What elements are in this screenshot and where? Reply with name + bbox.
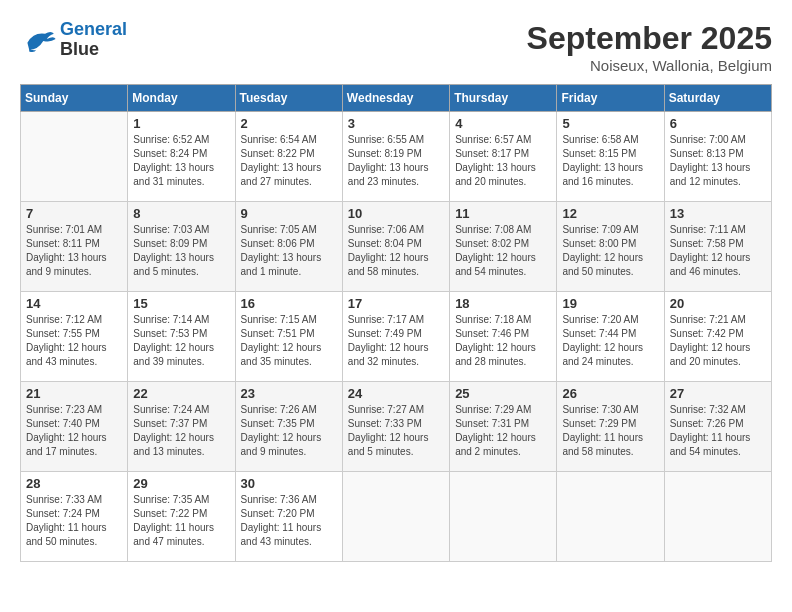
day-info: Sunrise: 6:54 AM Sunset: 8:22 PM Dayligh… bbox=[241, 133, 337, 189]
calendar-cell: 14Sunrise: 7:12 AM Sunset: 7:55 PM Dayli… bbox=[21, 292, 128, 382]
day-info: Sunrise: 7:17 AM Sunset: 7:49 PM Dayligh… bbox=[348, 313, 444, 369]
day-info: Sunrise: 7:01 AM Sunset: 8:11 PM Dayligh… bbox=[26, 223, 122, 279]
day-info: Sunrise: 7:36 AM Sunset: 7:20 PM Dayligh… bbox=[241, 493, 337, 549]
calendar-week-row: 21Sunrise: 7:23 AM Sunset: 7:40 PM Dayli… bbox=[21, 382, 772, 472]
calendar-cell: 12Sunrise: 7:09 AM Sunset: 8:00 PM Dayli… bbox=[557, 202, 664, 292]
day-number: 10 bbox=[348, 206, 444, 221]
day-info: Sunrise: 7:06 AM Sunset: 8:04 PM Dayligh… bbox=[348, 223, 444, 279]
calendar-cell: 11Sunrise: 7:08 AM Sunset: 8:02 PM Dayli… bbox=[450, 202, 557, 292]
day-number: 6 bbox=[670, 116, 766, 131]
calendar-cell: 19Sunrise: 7:20 AM Sunset: 7:44 PM Dayli… bbox=[557, 292, 664, 382]
calendar-cell: 2Sunrise: 6:54 AM Sunset: 8:22 PM Daylig… bbox=[235, 112, 342, 202]
calendar-cell: 13Sunrise: 7:11 AM Sunset: 7:58 PM Dayli… bbox=[664, 202, 771, 292]
day-info: Sunrise: 7:29 AM Sunset: 7:31 PM Dayligh… bbox=[455, 403, 551, 459]
calendar-cell: 1Sunrise: 6:52 AM Sunset: 8:24 PM Daylig… bbox=[128, 112, 235, 202]
days-header-row: SundayMondayTuesdayWednesdayThursdayFrid… bbox=[21, 85, 772, 112]
day-info: Sunrise: 7:08 AM Sunset: 8:02 PM Dayligh… bbox=[455, 223, 551, 279]
calendar-cell bbox=[664, 472, 771, 562]
calendar-cell: 8Sunrise: 7:03 AM Sunset: 8:09 PM Daylig… bbox=[128, 202, 235, 292]
day-info: Sunrise: 7:15 AM Sunset: 7:51 PM Dayligh… bbox=[241, 313, 337, 369]
day-number: 28 bbox=[26, 476, 122, 491]
day-info: Sunrise: 7:20 AM Sunset: 7:44 PM Dayligh… bbox=[562, 313, 658, 369]
day-number: 22 bbox=[133, 386, 229, 401]
calendar-cell: 24Sunrise: 7:27 AM Sunset: 7:33 PM Dayli… bbox=[342, 382, 449, 472]
calendar-cell: 10Sunrise: 7:06 AM Sunset: 8:04 PM Dayli… bbox=[342, 202, 449, 292]
calendar-week-row: 7Sunrise: 7:01 AM Sunset: 8:11 PM Daylig… bbox=[21, 202, 772, 292]
day-info: Sunrise: 7:00 AM Sunset: 8:13 PM Dayligh… bbox=[670, 133, 766, 189]
day-number: 4 bbox=[455, 116, 551, 131]
day-info: Sunrise: 7:11 AM Sunset: 7:58 PM Dayligh… bbox=[670, 223, 766, 279]
day-of-week-header: Sunday bbox=[21, 85, 128, 112]
day-number: 15 bbox=[133, 296, 229, 311]
calendar-cell: 17Sunrise: 7:17 AM Sunset: 7:49 PM Dayli… bbox=[342, 292, 449, 382]
day-number: 21 bbox=[26, 386, 122, 401]
logo: General Blue bbox=[20, 20, 127, 60]
day-number: 12 bbox=[562, 206, 658, 221]
day-number: 30 bbox=[241, 476, 337, 491]
day-number: 29 bbox=[133, 476, 229, 491]
location: Noiseux, Wallonia, Belgium bbox=[527, 57, 772, 74]
day-number: 26 bbox=[562, 386, 658, 401]
calendar-cell bbox=[450, 472, 557, 562]
day-number: 25 bbox=[455, 386, 551, 401]
day-number: 14 bbox=[26, 296, 122, 311]
day-of-week-header: Saturday bbox=[664, 85, 771, 112]
day-number: 16 bbox=[241, 296, 337, 311]
calendar-cell: 6Sunrise: 7:00 AM Sunset: 8:13 PM Daylig… bbox=[664, 112, 771, 202]
day-info: Sunrise: 7:03 AM Sunset: 8:09 PM Dayligh… bbox=[133, 223, 229, 279]
day-number: 17 bbox=[348, 296, 444, 311]
day-info: Sunrise: 7:09 AM Sunset: 8:00 PM Dayligh… bbox=[562, 223, 658, 279]
day-number: 18 bbox=[455, 296, 551, 311]
day-number: 19 bbox=[562, 296, 658, 311]
day-info: Sunrise: 7:18 AM Sunset: 7:46 PM Dayligh… bbox=[455, 313, 551, 369]
day-of-week-header: Thursday bbox=[450, 85, 557, 112]
day-number: 23 bbox=[241, 386, 337, 401]
day-number: 20 bbox=[670, 296, 766, 311]
calendar-cell: 9Sunrise: 7:05 AM Sunset: 8:06 PM Daylig… bbox=[235, 202, 342, 292]
day-info: Sunrise: 7:26 AM Sunset: 7:35 PM Dayligh… bbox=[241, 403, 337, 459]
day-info: Sunrise: 6:55 AM Sunset: 8:19 PM Dayligh… bbox=[348, 133, 444, 189]
calendar-cell: 30Sunrise: 7:36 AM Sunset: 7:20 PM Dayli… bbox=[235, 472, 342, 562]
day-info: Sunrise: 6:52 AM Sunset: 8:24 PM Dayligh… bbox=[133, 133, 229, 189]
day-number: 1 bbox=[133, 116, 229, 131]
logo-text: General Blue bbox=[60, 20, 127, 60]
calendar-week-row: 28Sunrise: 7:33 AM Sunset: 7:24 PM Dayli… bbox=[21, 472, 772, 562]
day-number: 7 bbox=[26, 206, 122, 221]
day-number: 2 bbox=[241, 116, 337, 131]
day-number: 3 bbox=[348, 116, 444, 131]
calendar-cell: 28Sunrise: 7:33 AM Sunset: 7:24 PM Dayli… bbox=[21, 472, 128, 562]
day-info: Sunrise: 7:14 AM Sunset: 7:53 PM Dayligh… bbox=[133, 313, 229, 369]
title-block: September 2025 Noiseux, Wallonia, Belgiu… bbox=[527, 20, 772, 74]
calendar-cell: 29Sunrise: 7:35 AM Sunset: 7:22 PM Dayli… bbox=[128, 472, 235, 562]
month-title: September 2025 bbox=[527, 20, 772, 57]
calendar-cell bbox=[557, 472, 664, 562]
calendar-cell: 22Sunrise: 7:24 AM Sunset: 7:37 PM Dayli… bbox=[128, 382, 235, 472]
calendar-cell: 4Sunrise: 6:57 AM Sunset: 8:17 PM Daylig… bbox=[450, 112, 557, 202]
day-of-week-header: Friday bbox=[557, 85, 664, 112]
day-info: Sunrise: 6:57 AM Sunset: 8:17 PM Dayligh… bbox=[455, 133, 551, 189]
day-info: Sunrise: 7:12 AM Sunset: 7:55 PM Dayligh… bbox=[26, 313, 122, 369]
day-number: 24 bbox=[348, 386, 444, 401]
calendar-cell: 23Sunrise: 7:26 AM Sunset: 7:35 PM Dayli… bbox=[235, 382, 342, 472]
day-info: Sunrise: 7:35 AM Sunset: 7:22 PM Dayligh… bbox=[133, 493, 229, 549]
calendar-cell: 25Sunrise: 7:29 AM Sunset: 7:31 PM Dayli… bbox=[450, 382, 557, 472]
calendar-cell: 15Sunrise: 7:14 AM Sunset: 7:53 PM Dayli… bbox=[128, 292, 235, 382]
page-header: General Blue September 2025 Noiseux, Wal… bbox=[20, 20, 772, 74]
day-info: Sunrise: 7:33 AM Sunset: 7:24 PM Dayligh… bbox=[26, 493, 122, 549]
day-number: 13 bbox=[670, 206, 766, 221]
day-info: Sunrise: 7:27 AM Sunset: 7:33 PM Dayligh… bbox=[348, 403, 444, 459]
calendar-cell: 16Sunrise: 7:15 AM Sunset: 7:51 PM Dayli… bbox=[235, 292, 342, 382]
day-number: 11 bbox=[455, 206, 551, 221]
day-of-week-header: Tuesday bbox=[235, 85, 342, 112]
day-info: Sunrise: 7:32 AM Sunset: 7:26 PM Dayligh… bbox=[670, 403, 766, 459]
calendar-cell: 18Sunrise: 7:18 AM Sunset: 7:46 PM Dayli… bbox=[450, 292, 557, 382]
day-number: 5 bbox=[562, 116, 658, 131]
day-info: Sunrise: 7:21 AM Sunset: 7:42 PM Dayligh… bbox=[670, 313, 766, 369]
calendar-cell: 3Sunrise: 6:55 AM Sunset: 8:19 PM Daylig… bbox=[342, 112, 449, 202]
calendar-week-row: 1Sunrise: 6:52 AM Sunset: 8:24 PM Daylig… bbox=[21, 112, 772, 202]
day-info: Sunrise: 6:58 AM Sunset: 8:15 PM Dayligh… bbox=[562, 133, 658, 189]
day-info: Sunrise: 7:05 AM Sunset: 8:06 PM Dayligh… bbox=[241, 223, 337, 279]
day-number: 27 bbox=[670, 386, 766, 401]
calendar-cell bbox=[342, 472, 449, 562]
calendar-cell: 7Sunrise: 7:01 AM Sunset: 8:11 PM Daylig… bbox=[21, 202, 128, 292]
